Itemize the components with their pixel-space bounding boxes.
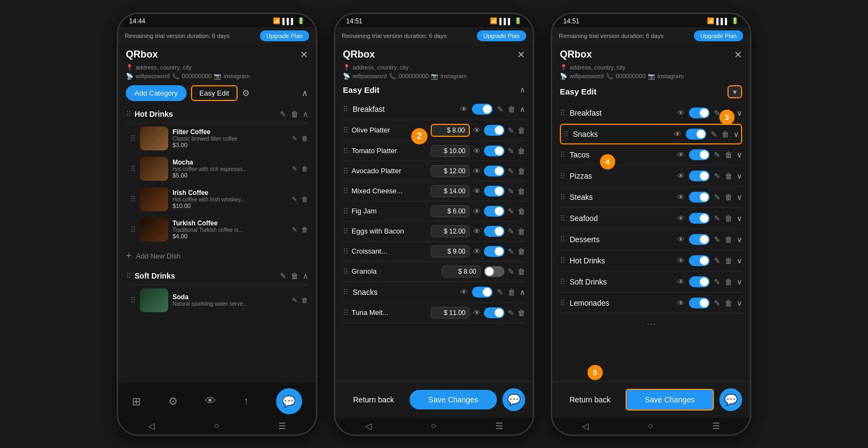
eye-desserts-3[interactable]: 👁 bbox=[677, 235, 685, 244]
delete-croissant[interactable]: 🗑 bbox=[518, 247, 525, 256]
eye-lemonades-3[interactable]: 👁 bbox=[677, 299, 685, 307]
eye-tuna[interactable]: 👁 bbox=[473, 308, 481, 317]
drag-eggs[interactable]: ⠿ bbox=[343, 227, 348, 236]
toggle-breakfast[interactable] bbox=[472, 104, 493, 115]
toggle-avocado[interactable] bbox=[484, 166, 505, 176]
delete-breakfast-2[interactable]: 🗑 bbox=[508, 105, 515, 113]
toggle-snacks-3[interactable] bbox=[686, 129, 706, 140]
toggle-soft-drinks-3[interactable] bbox=[689, 276, 710, 287]
toggle-pizzas-3[interactable] bbox=[689, 171, 710, 181]
drag-tacos-3[interactable]: ⠿ bbox=[560, 150, 565, 159]
collapse-snacks-2[interactable]: ∧ bbox=[520, 288, 525, 296]
tuna-price-input[interactable] bbox=[431, 307, 470, 319]
return-back-btn-2[interactable]: Return back bbox=[343, 395, 404, 404]
add-category-btn-1[interactable]: Add Category bbox=[126, 85, 187, 101]
delete-soft-drinks[interactable]: 🗑 bbox=[291, 272, 298, 280]
easy-edit-chevron-2[interactable]: ∧ bbox=[520, 85, 525, 94]
drag-soft-drinks-3[interactable]: ⠿ bbox=[560, 277, 565, 286]
drag-hot-drinks-3[interactable]: ⠿ bbox=[560, 256, 565, 265]
delete-tuna[interactable]: 🗑 bbox=[518, 308, 525, 317]
delete-tomato[interactable]: 🗑 bbox=[518, 147, 525, 155]
edit-olive[interactable]: ✎ bbox=[508, 126, 514, 135]
drag-irish[interactable]: ⠿ bbox=[130, 195, 136, 204]
delete-snacks-2[interactable]: 🗑 bbox=[508, 288, 515, 296]
collapse-steaks-3[interactable]: ∨ bbox=[737, 193, 742, 201]
edit-tuna[interactable]: ✎ bbox=[508, 308, 514, 317]
toggle-desserts-3[interactable] bbox=[689, 234, 710, 245]
drag-snacks-3[interactable]: ⠿ bbox=[563, 130, 569, 138]
home-btn-3[interactable]: ○ bbox=[648, 421, 653, 431]
save-changes-btn-3[interactable]: Save Changes bbox=[626, 389, 714, 411]
delete-snacks-3[interactable]: 🗑 bbox=[722, 130, 729, 138]
drag-fig[interactable]: ⠿ bbox=[343, 207, 348, 216]
drag-tuna[interactable]: ⠿ bbox=[343, 308, 348, 317]
edit-hot-drinks[interactable]: ✎ bbox=[280, 110, 286, 118]
recent-btn-3[interactable]: ☰ bbox=[712, 421, 720, 431]
toggle-croissant[interactable] bbox=[484, 246, 505, 257]
olive-price-input[interactable] bbox=[431, 124, 470, 137]
drag-avocado[interactable]: ⠿ bbox=[343, 167, 348, 175]
qr-nav-btn[interactable]: ⊞ bbox=[132, 395, 141, 408]
toggle-tuna[interactable] bbox=[484, 307, 505, 318]
collapse-tacos-3[interactable]: ∨ bbox=[737, 150, 742, 159]
toggle-fig[interactable] bbox=[484, 206, 505, 217]
drag-olive[interactable]: ⠿ bbox=[343, 126, 348, 135]
eggs-price-input[interactable] bbox=[431, 225, 470, 237]
delete-irish[interactable]: 🗑 bbox=[302, 195, 308, 203]
collapse-btn-1[interactable]: ∧ bbox=[302, 88, 308, 98]
eye-breakfast-3[interactable]: 👁 bbox=[677, 109, 685, 117]
delete-mixed[interactable]: 🗑 bbox=[518, 187, 525, 195]
close-btn-3[interactable]: ✕ bbox=[734, 49, 742, 61]
eye-avocado[interactable]: 👁 bbox=[473, 167, 481, 175]
edit-tomato[interactable]: ✎ bbox=[508, 147, 514, 155]
edit-soft-drinks[interactable]: ✎ bbox=[280, 272, 286, 280]
delete-desserts-3[interactable]: 🗑 bbox=[725, 235, 732, 244]
toggle-olive[interactable] bbox=[484, 125, 505, 136]
close-button-1[interactable]: ✕ bbox=[300, 49, 308, 61]
delete-lemonades-3[interactable]: 🗑 bbox=[725, 299, 732, 307]
drag-soft[interactable]: ⠿ bbox=[126, 272, 131, 280]
eye-breakfast[interactable]: 👁 bbox=[460, 105, 468, 113]
edit-steaks-3[interactable]: ✎ bbox=[714, 193, 720, 201]
edit-mocha[interactable]: ✎ bbox=[292, 165, 297, 173]
delete-olive[interactable]: 🗑 bbox=[518, 126, 525, 135]
croissant-price-input[interactable] bbox=[431, 245, 470, 257]
delete-turkish[interactable]: 🗑 bbox=[302, 226, 308, 234]
collapse-snacks-3[interactable]: ∨ bbox=[733, 130, 739, 138]
delete-steaks-3[interactable]: 🗑 bbox=[725, 193, 732, 201]
upgrade-btn-2[interactable]: Upgrade Plan bbox=[477, 30, 526, 41]
edit-soft-drinks-3[interactable]: ✎ bbox=[714, 277, 720, 286]
delete-seafood-3[interactable]: 🗑 bbox=[725, 214, 732, 223]
toggle-seafood-3[interactable] bbox=[689, 213, 710, 224]
upload-nav-btn[interactable]: ↑ bbox=[244, 395, 249, 407]
eye-fig[interactable]: 👁 bbox=[473, 207, 481, 216]
eye-croissant[interactable]: 👁 bbox=[473, 247, 481, 256]
edit-snacks-2[interactable]: ✎ bbox=[497, 288, 503, 296]
eye-snacks[interactable]: 👁 bbox=[460, 288, 468, 296]
drag-soda[interactable]: ⠿ bbox=[130, 296, 136, 305]
back-btn-3[interactable]: ◁ bbox=[582, 421, 589, 431]
delete-pizzas-3[interactable]: 🗑 bbox=[725, 172, 732, 180]
toggle-lemonades-3[interactable] bbox=[689, 298, 710, 308]
toggle-steaks-3[interactable] bbox=[689, 192, 710, 203]
toggle-mixed[interactable] bbox=[484, 186, 505, 197]
eye-soft-drinks-3[interactable]: 👁 bbox=[677, 277, 685, 286]
fab-btn-2[interactable]: 💬 bbox=[502, 388, 525, 411]
edit-irish[interactable]: ✎ bbox=[292, 195, 297, 203]
toggle-hot-drinks-3[interactable] bbox=[689, 255, 710, 266]
drag-croissant[interactable]: ⠿ bbox=[343, 247, 348, 256]
drag-desserts-3[interactable]: ⠿ bbox=[560, 235, 565, 244]
edit-desserts-3[interactable]: ✎ bbox=[714, 235, 720, 244]
drag-breakfast-3[interactable]: ⠿ bbox=[560, 109, 565, 117]
collapse-hot-drinks-3[interactable]: ∨ bbox=[737, 256, 742, 265]
drag-tomato[interactable]: ⠿ bbox=[343, 147, 348, 155]
eye-nav-btn[interactable]: 👁 bbox=[205, 395, 216, 407]
easy-edit-btn-1[interactable]: Easy Edit bbox=[191, 85, 238, 101]
eye-tacos-3[interactable]: 👁 bbox=[677, 150, 685, 159]
back-btn-2[interactable]: ◁ bbox=[365, 421, 372, 431]
back-btn-1[interactable]: ◁ bbox=[148, 421, 155, 431]
edit-soda[interactable]: ✎ bbox=[292, 296, 297, 304]
settings-nav-btn[interactable]: ⚙ bbox=[168, 395, 178, 408]
avocado-price-input[interactable] bbox=[431, 165, 470, 177]
recent-btn-2[interactable]: ☰ bbox=[495, 421, 503, 431]
